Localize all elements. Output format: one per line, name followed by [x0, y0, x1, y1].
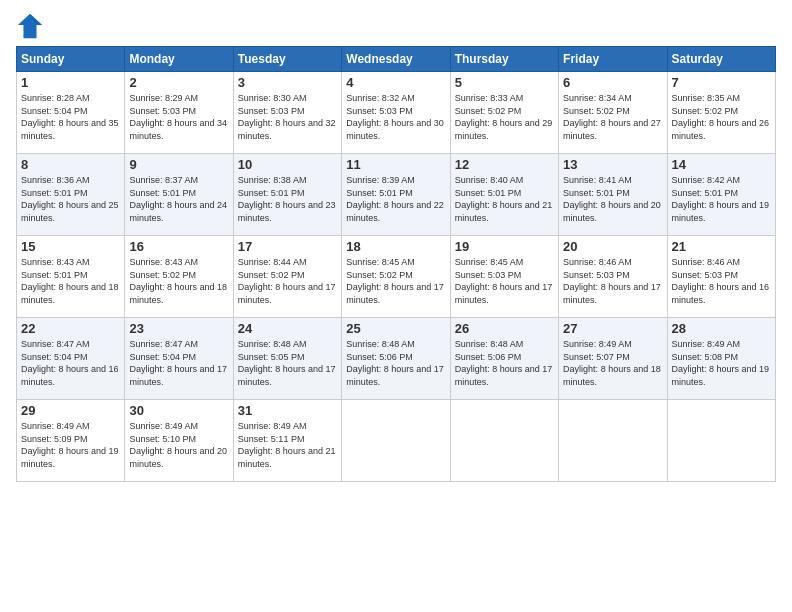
- calendar-body: 1Sunrise: 8:28 AMSunset: 5:04 PMDaylight…: [17, 72, 776, 482]
- day-number: 29: [21, 403, 120, 418]
- calendar-cell: 24Sunrise: 8:48 AMSunset: 5:05 PMDayligh…: [233, 318, 341, 400]
- cell-content: Sunrise: 8:45 AMSunset: 5:03 PMDaylight:…: [455, 256, 554, 306]
- calendar-cell: 26Sunrise: 8:48 AMSunset: 5:06 PMDayligh…: [450, 318, 558, 400]
- cell-content: Sunrise: 8:29 AMSunset: 5:03 PMDaylight:…: [129, 92, 228, 142]
- week-row-2: 8Sunrise: 8:36 AMSunset: 5:01 PMDaylight…: [17, 154, 776, 236]
- day-number: 1: [21, 75, 120, 90]
- cell-content: Sunrise: 8:39 AMSunset: 5:01 PMDaylight:…: [346, 174, 445, 224]
- calendar-cell: 6Sunrise: 8:34 AMSunset: 5:02 PMDaylight…: [559, 72, 667, 154]
- calendar-cell: 2Sunrise: 8:29 AMSunset: 5:03 PMDaylight…: [125, 72, 233, 154]
- calendar-cell: 31Sunrise: 8:49 AMSunset: 5:11 PMDayligh…: [233, 400, 341, 482]
- calendar-cell: [342, 400, 450, 482]
- day-number: 8: [21, 157, 120, 172]
- calendar-table: SundayMondayTuesdayWednesdayThursdayFrid…: [16, 46, 776, 482]
- cell-content: Sunrise: 8:34 AMSunset: 5:02 PMDaylight:…: [563, 92, 662, 142]
- day-number: 27: [563, 321, 662, 336]
- logo-icon: [16, 12, 44, 40]
- cell-content: Sunrise: 8:49 AMSunset: 5:07 PMDaylight:…: [563, 338, 662, 388]
- day-number: 5: [455, 75, 554, 90]
- day-number: 3: [238, 75, 337, 90]
- cell-content: Sunrise: 8:37 AMSunset: 5:01 PMDaylight:…: [129, 174, 228, 224]
- day-number: 16: [129, 239, 228, 254]
- week-row-3: 15Sunrise: 8:43 AMSunset: 5:01 PMDayligh…: [17, 236, 776, 318]
- calendar-cell: 18Sunrise: 8:45 AMSunset: 5:02 PMDayligh…: [342, 236, 450, 318]
- calendar-cell: 12Sunrise: 8:40 AMSunset: 5:01 PMDayligh…: [450, 154, 558, 236]
- cell-content: Sunrise: 8:48 AMSunset: 5:06 PMDaylight:…: [455, 338, 554, 388]
- day-number: 11: [346, 157, 445, 172]
- calendar-cell: 17Sunrise: 8:44 AMSunset: 5:02 PMDayligh…: [233, 236, 341, 318]
- cell-content: Sunrise: 8:46 AMSunset: 5:03 PMDaylight:…: [563, 256, 662, 306]
- day-number: 20: [563, 239, 662, 254]
- day-number: 9: [129, 157, 228, 172]
- svg-marker-0: [18, 14, 42, 38]
- calendar-cell: 3Sunrise: 8:30 AMSunset: 5:03 PMDaylight…: [233, 72, 341, 154]
- day-number: 28: [672, 321, 771, 336]
- cell-content: Sunrise: 8:48 AMSunset: 5:06 PMDaylight:…: [346, 338, 445, 388]
- cell-content: Sunrise: 8:30 AMSunset: 5:03 PMDaylight:…: [238, 92, 337, 142]
- calendar-cell: 10Sunrise: 8:38 AMSunset: 5:01 PMDayligh…: [233, 154, 341, 236]
- cell-content: Sunrise: 8:49 AMSunset: 5:11 PMDaylight:…: [238, 420, 337, 470]
- calendar-cell: 25Sunrise: 8:48 AMSunset: 5:06 PMDayligh…: [342, 318, 450, 400]
- week-row-5: 29Sunrise: 8:49 AMSunset: 5:09 PMDayligh…: [17, 400, 776, 482]
- day-number: 7: [672, 75, 771, 90]
- calendar-cell: 21Sunrise: 8:46 AMSunset: 5:03 PMDayligh…: [667, 236, 775, 318]
- day-number: 31: [238, 403, 337, 418]
- page: SundayMondayTuesdayWednesdayThursdayFrid…: [0, 0, 792, 612]
- calendar-cell: [667, 400, 775, 482]
- day-number: 6: [563, 75, 662, 90]
- day-number: 21: [672, 239, 771, 254]
- calendar-cell: 7Sunrise: 8:35 AMSunset: 5:02 PMDaylight…: [667, 72, 775, 154]
- day-number: 26: [455, 321, 554, 336]
- calendar-cell: [559, 400, 667, 482]
- weekday-friday: Friday: [559, 47, 667, 72]
- calendar-cell: [450, 400, 558, 482]
- day-number: 4: [346, 75, 445, 90]
- cell-content: Sunrise: 8:48 AMSunset: 5:05 PMDaylight:…: [238, 338, 337, 388]
- cell-content: Sunrise: 8:28 AMSunset: 5:04 PMDaylight:…: [21, 92, 120, 142]
- calendar-cell: 19Sunrise: 8:45 AMSunset: 5:03 PMDayligh…: [450, 236, 558, 318]
- cell-content: Sunrise: 8:43 AMSunset: 5:02 PMDaylight:…: [129, 256, 228, 306]
- calendar-cell: 22Sunrise: 8:47 AMSunset: 5:04 PMDayligh…: [17, 318, 125, 400]
- cell-content: Sunrise: 8:38 AMSunset: 5:01 PMDaylight:…: [238, 174, 337, 224]
- day-number: 18: [346, 239, 445, 254]
- day-number: 2: [129, 75, 228, 90]
- day-number: 24: [238, 321, 337, 336]
- calendar-cell: 13Sunrise: 8:41 AMSunset: 5:01 PMDayligh…: [559, 154, 667, 236]
- weekday-header: SundayMondayTuesdayWednesdayThursdayFrid…: [17, 47, 776, 72]
- cell-content: Sunrise: 8:45 AMSunset: 5:02 PMDaylight:…: [346, 256, 445, 306]
- cell-content: Sunrise: 8:44 AMSunset: 5:02 PMDaylight:…: [238, 256, 337, 306]
- day-number: 14: [672, 157, 771, 172]
- calendar-cell: 23Sunrise: 8:47 AMSunset: 5:04 PMDayligh…: [125, 318, 233, 400]
- cell-content: Sunrise: 8:35 AMSunset: 5:02 PMDaylight:…: [672, 92, 771, 142]
- calendar-cell: 5Sunrise: 8:33 AMSunset: 5:02 PMDaylight…: [450, 72, 558, 154]
- weekday-saturday: Saturday: [667, 47, 775, 72]
- day-number: 12: [455, 157, 554, 172]
- day-number: 25: [346, 321, 445, 336]
- week-row-4: 22Sunrise: 8:47 AMSunset: 5:04 PMDayligh…: [17, 318, 776, 400]
- calendar-cell: 29Sunrise: 8:49 AMSunset: 5:09 PMDayligh…: [17, 400, 125, 482]
- calendar-cell: 15Sunrise: 8:43 AMSunset: 5:01 PMDayligh…: [17, 236, 125, 318]
- week-row-1: 1Sunrise: 8:28 AMSunset: 5:04 PMDaylight…: [17, 72, 776, 154]
- weekday-thursday: Thursday: [450, 47, 558, 72]
- day-number: 10: [238, 157, 337, 172]
- logo: [16, 12, 48, 40]
- calendar-cell: 20Sunrise: 8:46 AMSunset: 5:03 PMDayligh…: [559, 236, 667, 318]
- calendar-cell: 28Sunrise: 8:49 AMSunset: 5:08 PMDayligh…: [667, 318, 775, 400]
- calendar-cell: 4Sunrise: 8:32 AMSunset: 5:03 PMDaylight…: [342, 72, 450, 154]
- calendar-cell: 27Sunrise: 8:49 AMSunset: 5:07 PMDayligh…: [559, 318, 667, 400]
- weekday-monday: Monday: [125, 47, 233, 72]
- cell-content: Sunrise: 8:49 AMSunset: 5:08 PMDaylight:…: [672, 338, 771, 388]
- cell-content: Sunrise: 8:36 AMSunset: 5:01 PMDaylight:…: [21, 174, 120, 224]
- day-number: 23: [129, 321, 228, 336]
- day-number: 22: [21, 321, 120, 336]
- cell-content: Sunrise: 8:49 AMSunset: 5:09 PMDaylight:…: [21, 420, 120, 470]
- day-number: 17: [238, 239, 337, 254]
- calendar-cell: 1Sunrise: 8:28 AMSunset: 5:04 PMDaylight…: [17, 72, 125, 154]
- cell-content: Sunrise: 8:42 AMSunset: 5:01 PMDaylight:…: [672, 174, 771, 224]
- cell-content: Sunrise: 8:47 AMSunset: 5:04 PMDaylight:…: [129, 338, 228, 388]
- cell-content: Sunrise: 8:43 AMSunset: 5:01 PMDaylight:…: [21, 256, 120, 306]
- calendar-cell: 14Sunrise: 8:42 AMSunset: 5:01 PMDayligh…: [667, 154, 775, 236]
- calendar-cell: 16Sunrise: 8:43 AMSunset: 5:02 PMDayligh…: [125, 236, 233, 318]
- weekday-sunday: Sunday: [17, 47, 125, 72]
- cell-content: Sunrise: 8:40 AMSunset: 5:01 PMDaylight:…: [455, 174, 554, 224]
